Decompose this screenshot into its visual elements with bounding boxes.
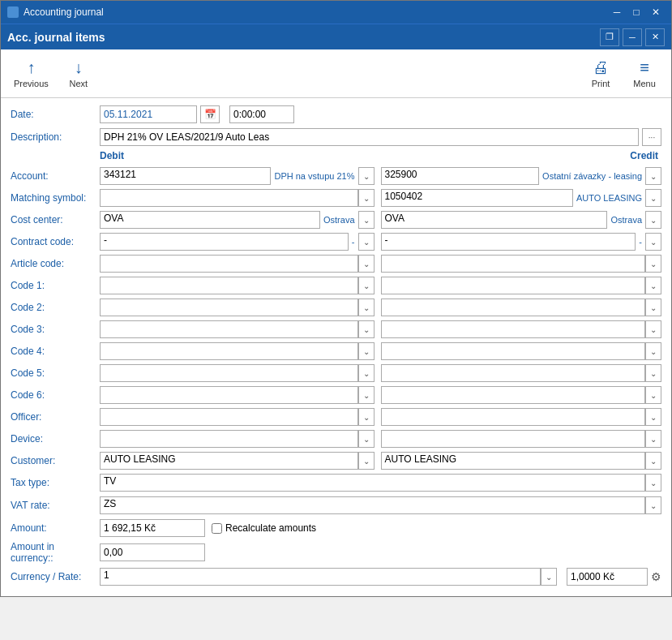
description-expand-button[interactable]: ···: [642, 128, 661, 146]
code3-credit-dropdown[interactable]: ⌄: [645, 320, 661, 338]
description-input[interactable]: DPH 21% OV LEAS/2021/9 Auto Leas: [100, 128, 639, 146]
rate-input[interactable]: 1,0000 Kč: [567, 568, 648, 586]
matching-debit-group: ⌄: [100, 189, 375, 207]
code1-debit-dropdown[interactable]: ⌄: [358, 277, 375, 294]
code1-debit-input[interactable]: [100, 277, 358, 294]
amount-currency-input[interactable]: 0,00: [100, 543, 205, 561]
article-debit-dropdown[interactable]: ⌄: [358, 255, 375, 273]
currency-dropdown[interactable]: ⌄: [541, 568, 557, 586]
contract-credit-suffix: -: [636, 237, 645, 247]
customer-debit-dropdown[interactable]: ⌄: [358, 452, 375, 470]
cost-center-debit-input[interactable]: OVA: [100, 211, 320, 229]
code4-debit-input[interactable]: [100, 342, 358, 360]
code1-credit-input[interactable]: [381, 277, 646, 294]
code2-credit-input[interactable]: [381, 299, 646, 316]
tax-type-input[interactable]: TV: [100, 474, 645, 492]
code4-credit-dropdown[interactable]: ⌄: [645, 342, 661, 360]
code1-credit-dropdown[interactable]: ⌄: [645, 277, 661, 294]
code5-debit-input[interactable]: [100, 364, 358, 382]
code4-credit-input[interactable]: [381, 342, 646, 360]
code6-credit-dropdown[interactable]: ⌄: [645, 386, 661, 404]
tax-type-dropdown[interactable]: ⌄: [645, 474, 661, 492]
device-debit-dropdown[interactable]: ⌄: [358, 430, 375, 448]
account-credit-dropdown[interactable]: ⌄: [645, 167, 661, 185]
minimize-button[interactable]: ─: [608, 4, 626, 20]
code2-debit-input[interactable]: [100, 299, 358, 316]
print-button[interactable]: 🖨 Print: [580, 55, 621, 92]
menu-button[interactable]: ≡ Menu: [624, 55, 665, 92]
sub-restore-button[interactable]: ❐: [600, 28, 619, 46]
recalculate-checkbox[interactable]: [212, 523, 222, 534]
matching-debit-dropdown[interactable]: ⌄: [358, 189, 375, 207]
vat-rate-row: VAT rate: ZS ⌄: [11, 496, 661, 515]
calendar-button[interactable]: 📅: [200, 105, 220, 123]
device-debit-input[interactable]: [100, 430, 358, 448]
code3-debit-dropdown[interactable]: ⌄: [358, 320, 375, 338]
code2-row: Code 2: ⌄ ⌄: [11, 298, 661, 317]
code5-debit-dropdown[interactable]: ⌄: [358, 364, 375, 382]
code2-credit-dropdown[interactable]: ⌄: [645, 299, 661, 316]
next-button[interactable]: ↓ Next: [58, 55, 99, 92]
article-credit-input[interactable]: [381, 255, 646, 273]
device-credit-dropdown[interactable]: ⌄: [645, 430, 661, 448]
sub-minimize-button[interactable]: ─: [623, 28, 642, 46]
code5-credit-dropdown[interactable]: ⌄: [645, 364, 661, 382]
account-label: Account:: [11, 170, 100, 182]
customer-debit-input[interactable]: AUTO LEASING: [100, 452, 358, 470]
sub-close-button[interactable]: ✕: [645, 28, 665, 46]
tax-type-row: Tax type: TV ⌄: [11, 473, 661, 492]
maximize-button[interactable]: □: [627, 4, 645, 20]
matching-debit-input[interactable]: [100, 189, 358, 207]
close-button[interactable]: ✕: [647, 4, 665, 20]
matching-credit-dropdown[interactable]: ⌄: [645, 189, 661, 207]
contract-credit-group: - - ⌄: [381, 233, 662, 251]
vat-rate-input[interactable]: ZS: [100, 496, 645, 514]
contract-credit-input[interactable]: -: [381, 233, 636, 251]
window-title: Accounting journal: [24, 6, 104, 18]
cost-center-credit-input[interactable]: OVA: [381, 211, 608, 229]
currency-rate-row: Currency / Rate: 1 ⌄ 1,0000 Kč ⚙: [11, 567, 661, 586]
cost-center-credit-dropdown[interactable]: ⌄: [645, 211, 661, 229]
article-credit-field: ⌄: [381, 255, 662, 273]
contract-credit-dropdown[interactable]: ⌄: [645, 233, 661, 251]
customer-credit-dropdown[interactable]: ⌄: [645, 452, 661, 470]
recalculate-label[interactable]: Recalculate amounts: [212, 522, 316, 534]
account-credit-code[interactable]: 325900: [381, 167, 540, 185]
officer-credit-dropdown[interactable]: ⌄: [645, 408, 661, 426]
vat-rate-field: ZS ⌄: [100, 496, 661, 514]
code6-credit-input[interactable]: [381, 386, 646, 404]
rate-settings-button[interactable]: ⚙: [651, 570, 661, 583]
device-credit-input[interactable]: [381, 430, 646, 448]
code4-debit-dropdown[interactable]: ⌄: [358, 342, 375, 360]
code3-credit-input[interactable]: [381, 320, 646, 338]
officer-debit-dropdown[interactable]: ⌄: [358, 408, 375, 426]
amount-currency-field: 0,00: [100, 543, 661, 561]
contract-debit-dropdown[interactable]: ⌄: [358, 233, 375, 251]
article-code-label: Article code:: [11, 258, 100, 269]
matching-credit-code[interactable]: 1050402: [381, 189, 573, 207]
date-input[interactable]: 05.11.2021: [100, 105, 197, 123]
currency-input[interactable]: 1: [100, 568, 541, 586]
code3-debit-input[interactable]: [100, 320, 358, 338]
time-input[interactable]: 0:00:00: [229, 105, 294, 123]
account-debit-code[interactable]: 343121: [100, 167, 271, 185]
officer-debit-input[interactable]: [100, 408, 358, 426]
code2-debit-dropdown[interactable]: ⌄: [358, 299, 375, 316]
debit-header: Debit: [11, 150, 336, 161]
customer-credit-input[interactable]: AUTO LEASING: [381, 452, 646, 470]
amount-row: Amount: 1 692,15 Kč Recalculate amounts: [11, 518, 661, 538]
officer-credit-input[interactable]: [381, 408, 646, 426]
code6-debit-dropdown[interactable]: ⌄: [358, 386, 375, 404]
contract-debit-input[interactable]: -: [100, 233, 349, 251]
article-debit-input[interactable]: [100, 255, 358, 273]
cost-center-debit-dropdown[interactable]: ⌄: [358, 211, 375, 229]
print-label: Print: [592, 79, 610, 88]
account-debit-dropdown[interactable]: ⌄: [358, 167, 375, 185]
sub-window-title: Acc. journal items: [7, 31, 105, 44]
previous-button[interactable]: ↑ Previous: [7, 55, 55, 92]
article-credit-dropdown[interactable]: ⌄: [645, 255, 661, 273]
vat-rate-dropdown[interactable]: ⌄: [645, 496, 661, 514]
amount-input[interactable]: 1 692,15 Kč: [100, 519, 205, 537]
code6-debit-input[interactable]: [100, 386, 358, 404]
code5-credit-input[interactable]: [381, 364, 646, 382]
